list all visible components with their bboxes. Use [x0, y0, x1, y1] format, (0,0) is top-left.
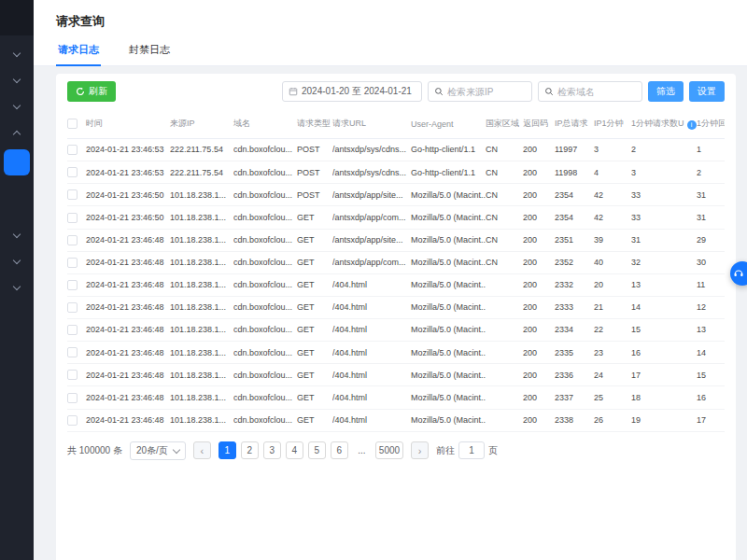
nav-item-3[interactable]	[0, 93, 34, 119]
prev-page-button[interactable]: ‹	[193, 441, 211, 459]
col-header-domain: 域名	[233, 109, 297, 139]
cell-user-agent: Mozilla/5.0 (Macint...	[411, 319, 486, 342]
search-ip-input[interactable]	[428, 81, 532, 102]
cell-country-region	[486, 296, 523, 318]
page-button-3[interactable]: 3	[263, 441, 281, 459]
row-checkbox[interactable]	[67, 167, 78, 177]
filter-button[interactable]: 筛选	[648, 81, 684, 102]
cell-url-1min-origin: 29	[697, 229, 725, 251]
row-checkbox[interactable]	[67, 213, 78, 223]
cell-time: 2024-01-21 23:46:48	[86, 273, 170, 296]
page-button-2[interactable]: 2	[241, 441, 259, 459]
col-header-user-agent: User-Agent	[411, 109, 486, 139]
row-checkbox[interactable]	[67, 415, 78, 426]
page-button-5[interactable]: 5	[308, 441, 326, 459]
cell-source-ip: 101.18.238.1...	[170, 296, 233, 318]
cell-country-region	[486, 409, 523, 431]
cell-country-region: CN	[486, 184, 523, 206]
cell-domain: cdn.boxofclou...	[233, 342, 297, 364]
search-domain-field[interactable]	[557, 87, 636, 97]
cell-domain: cdn.boxofclou...	[233, 161, 297, 184]
nav-item-7[interactable]	[0, 274, 34, 301]
page-button-4[interactable]: 4	[286, 441, 303, 459]
calendar-icon	[289, 87, 298, 96]
tab-request-log[interactable]: 请求日志	[56, 39, 101, 66]
nav-item-2[interactable]	[0, 67, 34, 93]
table-row: 2024-01-21 23:46:48101.18.238.1...cdn.bo…	[67, 273, 725, 296]
page-size-value: 20条/页	[136, 444, 168, 457]
cell-domain: cdn.boxofclou...	[233, 319, 297, 342]
cell-ip-1min: 21	[594, 296, 631, 318]
chevron-up-icon	[13, 130, 21, 137]
cell-status-code: 200	[523, 386, 555, 409]
nav-item-5[interactable]	[0, 222, 34, 248]
row-checkbox[interactable]	[67, 235, 78, 245]
cell-domain: cdn.boxofclou...	[233, 296, 297, 318]
goto-page: 前往 页	[436, 441, 498, 459]
cell-ip-1min: 40	[594, 251, 631, 273]
page-button-1[interactable]: 1	[218, 441, 236, 459]
refresh-button[interactable]: 刷新	[67, 81, 116, 102]
cell-user-agent: Mozilla/5.0 (Macint...	[411, 273, 486, 296]
cell-source-ip: 101.18.238.1...	[170, 342, 233, 364]
cell-url-1min-origin: 2	[697, 161, 725, 184]
cell-time: 2024-01-21 23:46:48	[86, 364, 170, 386]
nav-item-active[interactable]	[4, 149, 30, 175]
date-range-value[interactable]	[302, 87, 416, 97]
search-ip-field[interactable]	[447, 87, 526, 97]
page-list: 123456...5000	[218, 441, 403, 459]
page-size-select[interactable]: 20条/页	[130, 441, 186, 460]
cell-ip-total-requests: 11997	[555, 139, 594, 161]
select-all-checkbox[interactable]	[67, 119, 78, 129]
cell-time: 2024-01-21 23:46:48	[86, 251, 170, 273]
page-button-5000[interactable]: 5000	[375, 441, 403, 459]
cell-request-url: /antsxdp/app/com...	[332, 206, 411, 229]
row-checkbox[interactable]	[67, 347, 78, 357]
table-row: 2024-01-21 23:46:48101.18.238.1...cdn.bo…	[67, 319, 725, 342]
info-icon[interactable]: i	[687, 120, 697, 130]
cell-ip-total-requests: 2352	[555, 251, 594, 273]
goto-page-input[interactable]	[458, 441, 485, 459]
page-title: 请求查询	[34, 0, 747, 39]
table-row: 2024-01-21 23:46:48101.18.238.1...cdn.bo…	[67, 409, 725, 431]
cell-url-1min-requests: 32	[631, 251, 697, 273]
row-checkbox[interactable]	[67, 189, 78, 200]
search-icon	[544, 87, 554, 96]
col-header-status-code: 返回码	[523, 109, 555, 139]
cell-source-ip: 101.18.238.1...	[170, 386, 233, 409]
row-checkbox[interactable]	[67, 370, 78, 380]
cell-url-1min-requests: 18	[631, 386, 697, 409]
page-button-6[interactable]: 6	[331, 441, 348, 459]
chevron-down-icon	[173, 445, 180, 453]
nav-item-1[interactable]	[0, 41, 34, 67]
search-domain-input[interactable]	[538, 81, 642, 102]
cell-url-1min-origin: 31	[697, 206, 725, 229]
col-header-ip-total-requests: IP总请求	[555, 109, 594, 139]
page-header: 请求查询 请求日志封禁日志	[34, 0, 747, 66]
cell-request-type: GET	[297, 342, 332, 364]
cell-status-code: 200	[523, 184, 555, 206]
row-checkbox[interactable]	[67, 258, 78, 268]
row-checkbox[interactable]	[67, 280, 78, 290]
cell-ip-1min: 26	[594, 409, 631, 431]
cell-request-type: POST	[297, 139, 332, 161]
cell-url-1min-origin: 12	[697, 296, 725, 318]
settings-button[interactable]: 设置	[689, 81, 725, 102]
cell-domain: cdn.boxofclou...	[233, 251, 297, 273]
cell-status-code: 200	[523, 161, 555, 184]
nav-item-4[interactable]	[0, 119, 34, 146]
row-checkbox[interactable]	[67, 302, 78, 313]
cell-source-ip: 222.211.75.54	[170, 161, 233, 184]
row-checkbox[interactable]	[67, 393, 78, 403]
cell-request-url: /404.html	[332, 296, 411, 318]
tab-ban-log[interactable]: 封禁日志	[127, 39, 172, 66]
cell-ip-1min: 20	[594, 273, 631, 296]
cell-user-agent: Mozilla/5.0 (Macint...	[411, 229, 486, 251]
row-checkbox[interactable]	[67, 145, 78, 155]
cell-url-1min-requests: 33	[631, 206, 697, 229]
row-checkbox[interactable]	[67, 325, 78, 335]
date-range-input[interactable]	[282, 81, 422, 102]
nav-item-6[interactable]	[0, 248, 34, 274]
next-page-button[interactable]: ›	[411, 441, 429, 459]
cell-time: 2024-01-21 23:46:50	[86, 184, 170, 206]
